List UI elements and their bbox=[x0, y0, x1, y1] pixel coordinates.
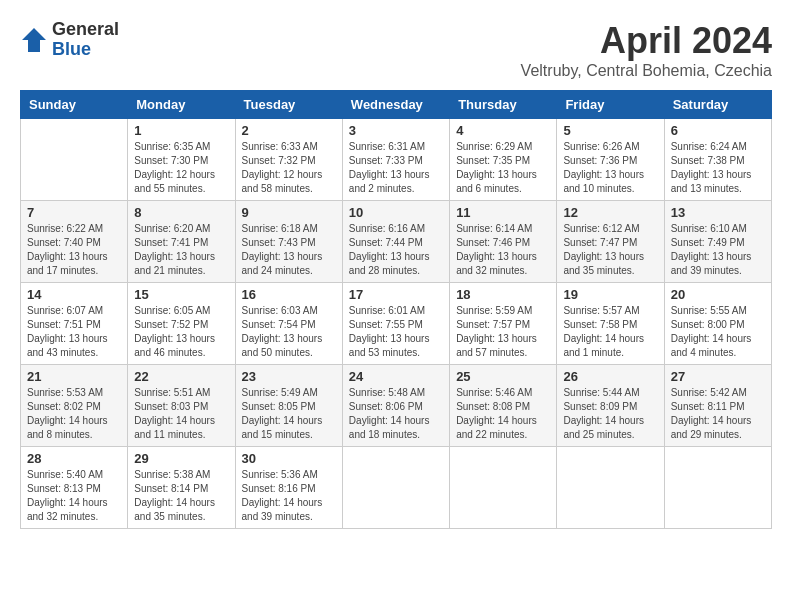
svg-marker-0 bbox=[22, 28, 46, 52]
calendar-cell: 9Sunrise: 6:18 AM Sunset: 7:43 PM Daylig… bbox=[235, 201, 342, 283]
calendar-week-2: 7Sunrise: 6:22 AM Sunset: 7:40 PM Daylig… bbox=[21, 201, 772, 283]
calendar-week-1: 1Sunrise: 6:35 AM Sunset: 7:30 PM Daylig… bbox=[21, 119, 772, 201]
day-number: 15 bbox=[134, 287, 228, 302]
day-info: Sunrise: 5:49 AM Sunset: 8:05 PM Dayligh… bbox=[242, 386, 336, 442]
day-number: 6 bbox=[671, 123, 765, 138]
logo: General Blue bbox=[20, 20, 119, 60]
calendar-cell: 10Sunrise: 6:16 AM Sunset: 7:44 PM Dayli… bbox=[342, 201, 449, 283]
day-number: 28 bbox=[27, 451, 121, 466]
month-title: April 2024 bbox=[521, 20, 772, 62]
calendar-cell: 14Sunrise: 6:07 AM Sunset: 7:51 PM Dayli… bbox=[21, 283, 128, 365]
day-info: Sunrise: 6:26 AM Sunset: 7:36 PM Dayligh… bbox=[563, 140, 657, 196]
day-number: 4 bbox=[456, 123, 550, 138]
calendar-cell: 22Sunrise: 5:51 AM Sunset: 8:03 PM Dayli… bbox=[128, 365, 235, 447]
day-info: Sunrise: 5:42 AM Sunset: 8:11 PM Dayligh… bbox=[671, 386, 765, 442]
day-info: Sunrise: 6:12 AM Sunset: 7:47 PM Dayligh… bbox=[563, 222, 657, 278]
day-number: 21 bbox=[27, 369, 121, 384]
calendar-cell: 21Sunrise: 5:53 AM Sunset: 8:02 PM Dayli… bbox=[21, 365, 128, 447]
day-number: 20 bbox=[671, 287, 765, 302]
day-info: Sunrise: 5:38 AM Sunset: 8:14 PM Dayligh… bbox=[134, 468, 228, 524]
calendar-cell: 18Sunrise: 5:59 AM Sunset: 7:57 PM Dayli… bbox=[450, 283, 557, 365]
calendar-cell: 25Sunrise: 5:46 AM Sunset: 8:08 PM Dayli… bbox=[450, 365, 557, 447]
calendar-cell bbox=[21, 119, 128, 201]
day-info: Sunrise: 6:10 AM Sunset: 7:49 PM Dayligh… bbox=[671, 222, 765, 278]
calendar-cell: 2Sunrise: 6:33 AM Sunset: 7:32 PM Daylig… bbox=[235, 119, 342, 201]
weekday-header-tuesday: Tuesday bbox=[235, 91, 342, 119]
title-block: April 2024 Veltruby, Central Bohemia, Cz… bbox=[521, 20, 772, 80]
day-number: 26 bbox=[563, 369, 657, 384]
day-number: 3 bbox=[349, 123, 443, 138]
calendar-cell: 23Sunrise: 5:49 AM Sunset: 8:05 PM Dayli… bbox=[235, 365, 342, 447]
logo-general: General bbox=[52, 20, 119, 40]
calendar-cell: 6Sunrise: 6:24 AM Sunset: 7:38 PM Daylig… bbox=[664, 119, 771, 201]
day-number: 14 bbox=[27, 287, 121, 302]
calendar-cell: 15Sunrise: 6:05 AM Sunset: 7:52 PM Dayli… bbox=[128, 283, 235, 365]
day-info: Sunrise: 6:35 AM Sunset: 7:30 PM Dayligh… bbox=[134, 140, 228, 196]
day-info: Sunrise: 5:36 AM Sunset: 8:16 PM Dayligh… bbox=[242, 468, 336, 524]
day-number: 16 bbox=[242, 287, 336, 302]
day-number: 2 bbox=[242, 123, 336, 138]
calendar-cell bbox=[342, 447, 449, 529]
day-info: Sunrise: 6:29 AM Sunset: 7:35 PM Dayligh… bbox=[456, 140, 550, 196]
day-info: Sunrise: 6:14 AM Sunset: 7:46 PM Dayligh… bbox=[456, 222, 550, 278]
day-number: 8 bbox=[134, 205, 228, 220]
calendar-cell: 5Sunrise: 6:26 AM Sunset: 7:36 PM Daylig… bbox=[557, 119, 664, 201]
day-number: 10 bbox=[349, 205, 443, 220]
calendar-cell: 13Sunrise: 6:10 AM Sunset: 7:49 PM Dayli… bbox=[664, 201, 771, 283]
logo-text: General Blue bbox=[52, 20, 119, 60]
day-number: 5 bbox=[563, 123, 657, 138]
day-info: Sunrise: 5:59 AM Sunset: 7:57 PM Dayligh… bbox=[456, 304, 550, 360]
calendar-cell: 20Sunrise: 5:55 AM Sunset: 8:00 PM Dayli… bbox=[664, 283, 771, 365]
day-info: Sunrise: 6:24 AM Sunset: 7:38 PM Dayligh… bbox=[671, 140, 765, 196]
calendar-cell: 28Sunrise: 5:40 AM Sunset: 8:13 PM Dayli… bbox=[21, 447, 128, 529]
calendar-cell bbox=[450, 447, 557, 529]
calendar-cell: 12Sunrise: 6:12 AM Sunset: 7:47 PM Dayli… bbox=[557, 201, 664, 283]
location: Veltruby, Central Bohemia, Czechia bbox=[521, 62, 772, 80]
weekday-header-sunday: Sunday bbox=[21, 91, 128, 119]
day-number: 17 bbox=[349, 287, 443, 302]
day-number: 24 bbox=[349, 369, 443, 384]
day-info: Sunrise: 6:05 AM Sunset: 7:52 PM Dayligh… bbox=[134, 304, 228, 360]
weekday-row: SundayMondayTuesdayWednesdayThursdayFrid… bbox=[21, 91, 772, 119]
logo-blue: Blue bbox=[52, 40, 119, 60]
day-info: Sunrise: 6:31 AM Sunset: 7:33 PM Dayligh… bbox=[349, 140, 443, 196]
weekday-header-saturday: Saturday bbox=[664, 91, 771, 119]
page-header: General Blue April 2024 Veltruby, Centra… bbox=[20, 20, 772, 80]
day-number: 30 bbox=[242, 451, 336, 466]
day-number: 19 bbox=[563, 287, 657, 302]
weekday-header-wednesday: Wednesday bbox=[342, 91, 449, 119]
calendar-cell bbox=[557, 447, 664, 529]
day-number: 9 bbox=[242, 205, 336, 220]
calendar-cell bbox=[664, 447, 771, 529]
calendar-cell: 11Sunrise: 6:14 AM Sunset: 7:46 PM Dayli… bbox=[450, 201, 557, 283]
calendar-cell: 7Sunrise: 6:22 AM Sunset: 7:40 PM Daylig… bbox=[21, 201, 128, 283]
weekday-header-monday: Monday bbox=[128, 91, 235, 119]
calendar-header: SundayMondayTuesdayWednesdayThursdayFrid… bbox=[21, 91, 772, 119]
calendar-cell: 3Sunrise: 6:31 AM Sunset: 7:33 PM Daylig… bbox=[342, 119, 449, 201]
calendar-cell: 26Sunrise: 5:44 AM Sunset: 8:09 PM Dayli… bbox=[557, 365, 664, 447]
day-info: Sunrise: 5:44 AM Sunset: 8:09 PM Dayligh… bbox=[563, 386, 657, 442]
day-info: Sunrise: 6:33 AM Sunset: 7:32 PM Dayligh… bbox=[242, 140, 336, 196]
day-number: 18 bbox=[456, 287, 550, 302]
calendar-cell: 16Sunrise: 6:03 AM Sunset: 7:54 PM Dayli… bbox=[235, 283, 342, 365]
calendar-cell: 8Sunrise: 6:20 AM Sunset: 7:41 PM Daylig… bbox=[128, 201, 235, 283]
day-number: 25 bbox=[456, 369, 550, 384]
calendar-cell: 24Sunrise: 5:48 AM Sunset: 8:06 PM Dayli… bbox=[342, 365, 449, 447]
day-number: 13 bbox=[671, 205, 765, 220]
day-info: Sunrise: 6:22 AM Sunset: 7:40 PM Dayligh… bbox=[27, 222, 121, 278]
day-info: Sunrise: 6:18 AM Sunset: 7:43 PM Dayligh… bbox=[242, 222, 336, 278]
day-number: 11 bbox=[456, 205, 550, 220]
calendar-cell: 29Sunrise: 5:38 AM Sunset: 8:14 PM Dayli… bbox=[128, 447, 235, 529]
day-info: Sunrise: 5:57 AM Sunset: 7:58 PM Dayligh… bbox=[563, 304, 657, 360]
day-number: 23 bbox=[242, 369, 336, 384]
logo-icon bbox=[20, 26, 48, 54]
day-info: Sunrise: 5:46 AM Sunset: 8:08 PM Dayligh… bbox=[456, 386, 550, 442]
day-number: 7 bbox=[27, 205, 121, 220]
calendar-cell: 1Sunrise: 6:35 AM Sunset: 7:30 PM Daylig… bbox=[128, 119, 235, 201]
calendar-cell: 19Sunrise: 5:57 AM Sunset: 7:58 PM Dayli… bbox=[557, 283, 664, 365]
day-info: Sunrise: 6:03 AM Sunset: 7:54 PM Dayligh… bbox=[242, 304, 336, 360]
calendar-cell: 30Sunrise: 5:36 AM Sunset: 8:16 PM Dayli… bbox=[235, 447, 342, 529]
day-info: Sunrise: 5:53 AM Sunset: 8:02 PM Dayligh… bbox=[27, 386, 121, 442]
day-number: 27 bbox=[671, 369, 765, 384]
day-number: 12 bbox=[563, 205, 657, 220]
